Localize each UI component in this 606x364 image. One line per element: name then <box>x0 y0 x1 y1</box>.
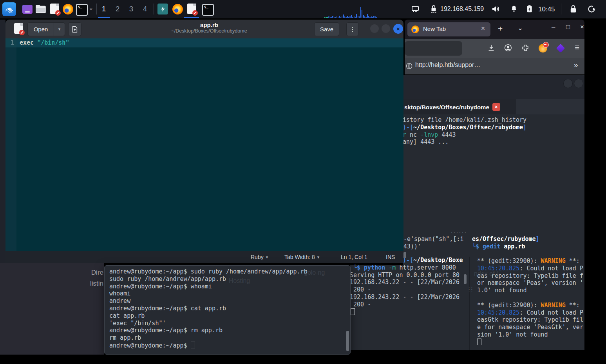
code-string: "/bin/sh" <box>37 39 69 46</box>
battery-icon[interactable] <box>525 5 535 15</box>
gedit-minimize-button[interactable] <box>370 24 379 33</box>
taskbar-app-firefox[interactable] <box>172 4 183 14</box>
pane-divider[interactable] <box>469 257 470 350</box>
terminal-scrollbar[interactable] <box>403 252 406 258</box>
gedit-close-button[interactable]: × <box>393 24 403 34</box>
window-maximize-button[interactable]: □ <box>566 23 570 31</box>
terminal-icon: $_ <box>76 4 88 16</box>
open-dropdown-button[interactable]: ▾ <box>54 22 65 36</box>
gedit-code-line[interactable]: exec "/bin/sh" <box>20 39 69 46</box>
terminal-maximize-button[interactable] <box>574 79 583 88</box>
taskbar-app-zap[interactable] <box>157 4 168 14</box>
insert-mode-label: INS <box>386 254 395 260</box>
insert-mode[interactable]: INS <box>386 254 395 260</box>
ghost-text-directory: Dire <box>90 267 103 278</box>
bookmark-item[interactable]: http://help.htb/suppor… <box>415 62 480 69</box>
menu-kebab-button[interactable]: ⋮ <box>346 22 359 36</box>
terminal-tab-bar[interactable]: sktop/Boxes/Offsec/rubydome × <box>403 99 584 114</box>
terminal-pane-spawn-cmd: -e'spawn("sh",[:i43))' <box>403 235 467 250</box>
file-manager-launcher[interactable] <box>35 4 46 14</box>
firefox-bookmarks-bar: http://help.htb/suppor… » <box>405 58 584 74</box>
clock[interactable]: 10:45 <box>538 5 555 13</box>
launcher-dropdown-chevron-icon[interactable]: ⌄ <box>89 4 94 11</box>
desktop: Dire listin sktop/Boxes/Offsec/rubydome … <box>0 0 606 364</box>
show-desktop-button[interactable] <box>22 5 33 14</box>
lock-screen-icon[interactable] <box>569 4 578 15</box>
caret-down-icon: ▾ <box>266 255 268 260</box>
terminal-icon: $_ <box>202 4 214 16</box>
firefox-icon <box>63 4 73 14</box>
gedit-maximize-button[interactable] <box>382 24 390 33</box>
lightning-bolt-icon <box>157 4 168 14</box>
open-button[interactable]: Open <box>27 22 54 36</box>
extension-diamond-icon[interactable] <box>557 45 564 51</box>
tab-close-icon[interactable]: × <box>481 25 485 33</box>
vpn-lock-icon[interactable] <box>429 4 438 15</box>
firefox-icon <box>172 4 183 14</box>
cursor-position[interactable]: Ln 1, Col 1 <box>341 254 367 260</box>
open-button-label: Open <box>34 26 48 33</box>
workspace-2[interactable]: 2 <box>112 3 123 15</box>
python-pane-scrollbar[interactable] <box>464 274 467 284</box>
foxyproxy-icon[interactable] <box>539 44 547 53</box>
tab-list-chevron-icon[interactable]: ⌄ <box>517 24 523 32</box>
pane-divider-handle-vertical[interactable]: ⁚⁚⁚ <box>468 287 472 292</box>
ghost-text-index-of: ndex of / <box>474 270 498 277</box>
window-minimize-button[interactable]: – <box>552 23 555 31</box>
vpn-ip-address[interactable]: 192.168.45.159 <box>440 5 484 13</box>
download-icon[interactable] <box>487 43 496 54</box>
logout-power-icon[interactable] <box>587 4 596 15</box>
save-button-label: Save <box>320 26 333 33</box>
terminal-launcher[interactable]: $_ <box>76 4 88 16</box>
ethernet-icon[interactable] <box>411 5 420 15</box>
ssh-terminal-scrollbar[interactable] <box>346 331 349 351</box>
url-bar[interactable] <box>405 41 462 56</box>
new-document-button[interactable] <box>68 22 81 36</box>
kebab-icon: ⋮ <box>350 26 356 33</box>
ssh-terminal-window[interactable]: golo-ng Hosting andrew@rubydome:~/app$ s… <box>104 265 351 355</box>
firefox-launcher[interactable] <box>63 4 73 14</box>
ssh-terminal-output: andrew@rubydome:~/app$ sudo ruby /home/a… <box>109 268 344 349</box>
text-editor-launcher[interactable] <box>50 4 59 14</box>
terminal-titlebar[interactable]: sktop/Boxes/Offsec/rubydome × <box>403 75 584 114</box>
pane-divider-handle[interactable]: ······ <box>450 231 467 235</box>
notifications-bell-icon[interactable] <box>510 4 518 15</box>
workspace-3[interactable]: 3 <box>125 3 137 15</box>
extensions-puzzle-icon[interactable] <box>521 43 530 54</box>
language-selector[interactable]: Ruby ▾ <box>251 254 268 260</box>
caret-down-icon: ▾ <box>58 27 61 32</box>
firefox-tab[interactable]: New Tab × <box>407 22 490 36</box>
gedit-line-number: 1 <box>5 39 14 46</box>
bookmark-favicon-globe-icon <box>405 62 413 71</box>
workspace-1[interactable]: 1 <box>98 3 110 15</box>
account-icon[interactable] <box>504 43 512 54</box>
taskbar-app-gedit[interactable] <box>187 4 196 14</box>
gedit-window: Open ▾ app.rb ~/Desktop/Boxes/Offsec/rub… <box>5 20 403 263</box>
workspace-4[interactable]: 4 <box>139 3 151 15</box>
terminal-pane-python-server: )-[~/Desktop/Boxe└$ python -m http.serve… <box>350 257 468 350</box>
window-close-button[interactable]: × <box>580 23 584 31</box>
applications-menu-button[interactable] <box>2 2 16 16</box>
display-icon <box>22 5 33 14</box>
ghost-text-listing: listin <box>90 278 103 289</box>
taskbar-app-terminal[interactable]: $_ <box>202 4 214 16</box>
firefox-favicon <box>411 25 419 33</box>
gedit-app-icon <box>14 23 23 34</box>
tab-width-selector[interactable]: Tab Width: 8 ▾ <box>284 254 319 260</box>
cursor-position-label: Ln 1, Col 1 <box>341 254 367 260</box>
save-button[interactable]: Save <box>314 22 339 36</box>
language-label: Ruby <box>251 254 264 260</box>
bookmarks-overflow-chevrons-icon[interactable]: » <box>574 61 578 69</box>
workspace-1-indicator <box>98 17 110 18</box>
gedit-headerbar[interactable]: Open ▾ app.rb ~/Desktop/Boxes/Offsec/rub… <box>5 20 403 39</box>
caret-down-icon: ▾ <box>317 255 320 260</box>
new-tab-button[interactable]: + <box>498 24 503 33</box>
terminal-minimize-button[interactable] <box>563 79 573 88</box>
hamburger-menu-icon[interactable]: ≡ <box>575 43 579 52</box>
volume-icon[interactable] <box>491 4 501 15</box>
terminal-tab[interactable]: sktop/Boxes/Offsec/rubydome × <box>403 99 516 114</box>
close-icon: × <box>396 25 400 32</box>
network-activity-graph[interactable] <box>324 9 377 18</box>
tab-width-label: Tab Width: 8 <box>284 254 315 260</box>
tab-close-icon[interactable]: × <box>492 103 500 111</box>
